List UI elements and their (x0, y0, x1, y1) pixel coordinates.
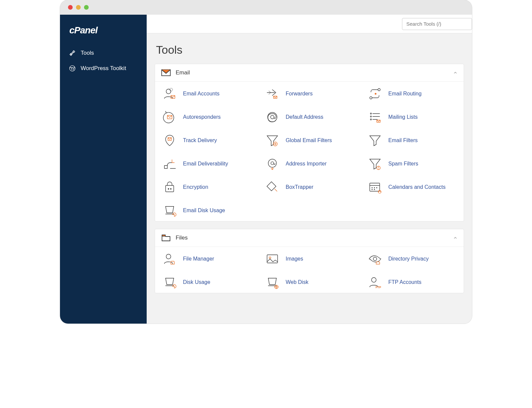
email-deliverability-icon (162, 157, 178, 170)
panel-files: Files F (155, 229, 464, 293)
window-close-dot[interactable] (68, 5, 73, 10)
panel-title: Files (176, 235, 453, 241)
svg-point-13 (370, 113, 372, 114)
svg-rect-25 (267, 182, 276, 191)
encryption-icon (162, 180, 178, 194)
tool-address-importer[interactable]: Address Importer (260, 156, 359, 171)
panel-header-files[interactable]: Files (155, 229, 464, 247)
svg-point-36 (269, 257, 271, 259)
svg-rect-16 (377, 120, 380, 122)
svg-point-27 (372, 187, 372, 188)
tool-email-routing[interactable]: Email Routing (362, 86, 462, 101)
panel-body-email: Email Accounts Forw (155, 82, 464, 221)
mailing-lists-icon (367, 110, 383, 124)
email-routing-icon (367, 87, 383, 100)
panel-header-email[interactable]: Email (155, 64, 464, 82)
email-filters-icon (367, 134, 383, 147)
tool-label: Email Accounts (183, 91, 219, 97)
tool-label: Address Importer (286, 161, 327, 167)
svg-point-3 (166, 89, 171, 94)
tool-label: Forwarders (286, 91, 313, 97)
directory-privacy-icon (367, 252, 383, 266)
app-root: cPanel Tools WordPress Too (60, 15, 472, 324)
images-icon (264, 252, 280, 266)
tool-label: FTP Accounts (388, 279, 421, 285)
boxtrapper-icon (264, 180, 280, 194)
svg-point-39 (372, 278, 376, 282)
tool-disk-usage[interactable]: Disk Usage (157, 275, 256, 290)
tool-label: Calendars and Contacts (388, 184, 446, 190)
tool-global-email-filters[interactable]: Global Email Filters (260, 133, 359, 148)
svg-point-19 (268, 159, 277, 167)
sidebar: cPanel Tools WordPress Too (60, 15, 147, 324)
window-titlebar (60, 0, 472, 15)
forwarders-icon (264, 87, 280, 100)
calendars-contacts-icon (367, 180, 383, 194)
tool-label: Images (286, 256, 303, 262)
window-minimize-dot[interactable] (76, 5, 81, 10)
tool-ftp-accounts[interactable]: FTP FTP Accounts (362, 275, 462, 290)
default-address-icon (264, 110, 280, 124)
window-zoom-dot[interactable] (84, 5, 89, 10)
brand-logo[interactable]: cPanel (60, 20, 147, 45)
svg-point-30 (372, 189, 372, 190)
svg-point-7 (378, 88, 380, 91)
tool-autoresponders[interactable]: Autoresponders (157, 110, 256, 124)
svg-point-9 (375, 93, 376, 94)
tool-email-accounts[interactable]: Email Accounts (157, 86, 256, 101)
tool-boxtrapper[interactable]: BoxTrapper (260, 180, 359, 194)
sidebar-item-label: WordPress Toolkit (81, 65, 126, 72)
tool-email-deliverability[interactable]: Email Deliverability (157, 156, 256, 171)
svg-point-20 (271, 162, 274, 165)
svg-point-37 (373, 257, 377, 261)
tool-email-filters[interactable]: Email Filters (362, 133, 462, 148)
search-container (402, 18, 472, 30)
tool-spam-filters[interactable]: Spam Filters (362, 156, 462, 171)
svg-rect-26 (370, 183, 380, 191)
tool-encryption[interactable]: Encryption (157, 180, 256, 194)
topbar (147, 15, 472, 33)
search-input[interactable] (402, 18, 472, 30)
tool-calendars-contacts[interactable]: Calendars and Contacts (362, 180, 462, 194)
tool-web-disk[interactable]: Web Disk (260, 275, 359, 290)
tool-label: File Manager (183, 256, 214, 262)
tools-icon (69, 49, 76, 57)
autoresponders-icon (162, 110, 178, 124)
browser-frame: cPanel Tools WordPress Too (60, 0, 472, 324)
tool-label: Email Deliverability (183, 161, 228, 167)
panel-title: Email (176, 69, 453, 76)
tool-mailing-lists[interactable]: Mailing Lists (362, 110, 462, 124)
sidebar-item-label: Tools (81, 50, 94, 56)
tool-forwarders[interactable]: Forwarders (260, 86, 359, 101)
svg-point-15 (370, 119, 372, 120)
svg-point-24 (170, 188, 171, 189)
tool-label: Web Disk (286, 279, 308, 285)
svg-rect-33 (162, 235, 165, 236)
spam-filters-icon (367, 157, 383, 170)
svg-point-1 (70, 66, 75, 71)
tool-label: BoxTrapper (286, 184, 313, 190)
tool-file-manager[interactable]: File Manager (157, 252, 256, 266)
tool-default-address[interactable]: Default Address (260, 110, 359, 124)
tool-directory-privacy[interactable]: Directory Privacy (362, 252, 462, 266)
file-manager-icon (162, 252, 178, 266)
svg-point-31 (374, 189, 375, 190)
tool-label: Email Routing (388, 91, 422, 97)
tool-track-delivery[interactable]: Track Delivery (157, 133, 256, 148)
svg-point-14 (370, 116, 372, 117)
tool-label: Default Address (286, 114, 323, 120)
sidebar-item-wordpress-toolkit[interactable]: WordPress Toolkit (60, 61, 147, 76)
sidebar-item-tools[interactable]: Tools (60, 45, 147, 61)
folder-icon (161, 234, 171, 242)
email-accounts-icon (162, 87, 178, 100)
panel-body-files: File Manager Images (155, 247, 464, 293)
chevron-up-icon (453, 236, 458, 240)
address-importer-icon (264, 157, 280, 170)
svg-point-34 (166, 254, 171, 259)
tool-label: Mailing Lists (388, 114, 418, 120)
tool-label: Spam Filters (388, 161, 418, 167)
tool-images[interactable]: Images (260, 252, 359, 266)
tool-email-disk-usage[interactable]: Email Disk Usage (157, 203, 256, 218)
svg-rect-35 (267, 255, 278, 263)
chevron-up-icon (453, 70, 458, 75)
